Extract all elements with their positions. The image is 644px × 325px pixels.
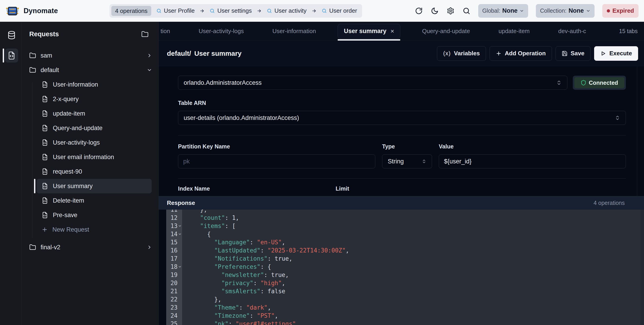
sidebar-item-update-item[interactable]: update-item <box>22 106 158 121</box>
topbar-controls: Global: None Collection: None Expired <box>415 4 638 18</box>
requests-sidebar: Requests sam default User-i <box>22 22 159 325</box>
item-label: request-90 <box>53 168 82 175</box>
chevron-right-icon <box>147 53 152 58</box>
fold-chevron-icon[interactable] <box>178 265 182 269</box>
tab-bar: tion User-activity-logs User-information… <box>159 22 644 41</box>
code-line: 23 "Theme": "dark", <box>166 304 644 312</box>
settings-gear-icon[interactable] <box>446 7 455 15</box>
sidebar-item-new-request[interactable]: New Request <box>22 222 158 237</box>
request-tree: sam default User-information 2-x-query <box>22 48 158 255</box>
type-select[interactable]: String <box>382 154 432 168</box>
session-expired-badge[interactable]: Expired <box>602 4 638 18</box>
tab-label: User-information <box>272 28 316 34</box>
path-prefix: default/ <box>167 50 191 57</box>
rail-item-tables[interactable] <box>0 28 21 42</box>
sidebar-item-request-90[interactable]: request-90 <box>22 164 158 179</box>
variables-button[interactable]: (x) Variables <box>437 46 486 61</box>
response-code-editor[interactable]: 11 }, 12 "count": 1, 13 "items": [ 14 { … <box>166 210 644 325</box>
tab-user-activity-logs[interactable]: User-activity-logs <box>192 28 250 35</box>
plus-icon <box>496 50 502 56</box>
breadcrumb-item-user-settings[interactable]: User settings <box>210 7 252 14</box>
line-number: 14 <box>166 230 182 238</box>
chevron-down-icon <box>147 67 152 73</box>
line-number: 17 <box>166 255 182 263</box>
tab-label: Query-and-update <box>422 28 470 34</box>
code-line: 15 "Language": "en-US", <box>166 238 644 246</box>
sidebar-item-delete-item[interactable]: Delete-item <box>22 193 158 208</box>
line-number: 22 <box>166 295 182 304</box>
tab-dev-auth-c[interactable]: dev-auth-c <box>552 28 593 35</box>
table-arn-select[interactable]: user-details (orlando.AdministratorAcces… <box>178 111 626 125</box>
index-name-label: Index Name <box>178 185 210 192</box>
tab-count-label: 15 tabs <box>619 28 638 34</box>
value-input[interactable]: ${user_id} <box>439 154 626 168</box>
operations-count-chip: 4 operations <box>111 6 151 16</box>
code-line: 21 "smsAlerts": false <box>166 287 644 295</box>
execute-button[interactable]: Execute <box>594 46 638 61</box>
fold-chevron-icon[interactable] <box>178 232 182 236</box>
line-number: 21 <box>166 287 182 295</box>
chevron-right-icon <box>147 245 152 250</box>
sidebar-item-sam[interactable]: sam <box>22 48 158 63</box>
line-number: 24 <box>166 312 182 320</box>
new-folder-icon[interactable] <box>141 30 148 38</box>
close-icon[interactable]: × <box>390 28 394 35</box>
arrow-right-icon <box>257 8 262 13</box>
tab-label: update-item <box>498 28 530 34</box>
tab-tion[interactable]: tion <box>160 28 177 35</box>
tab-label: tion <box>160 28 170 34</box>
app-name: Dynomate <box>24 7 58 15</box>
folder-icon <box>29 52 36 59</box>
partition-key-placeholder: pk <box>183 158 190 165</box>
global-environment-dropdown[interactable]: Global: None <box>478 4 528 18</box>
search-icon <box>210 8 215 13</box>
breadcrumb-item-user-activity[interactable]: User activity <box>267 7 306 14</box>
save-button[interactable]: Save <box>556 46 591 61</box>
tab-user-information[interactable]: User-information <box>266 28 323 35</box>
tab-update-item[interactable]: update-item <box>492 28 536 35</box>
scrollbar-track[interactable] <box>637 66 637 196</box>
chevron-down-icon <box>586 8 590 13</box>
sidebar-item-user-information[interactable]: User-information <box>22 77 158 92</box>
sidebar-item-user-email-information[interactable]: User email information <box>22 150 158 164</box>
divider <box>178 135 626 136</box>
item-label: Query-and-update <box>53 125 102 132</box>
add-operation-button[interactable]: Add Operation <box>490 46 552 61</box>
fold-chevron-icon[interactable] <box>178 224 182 228</box>
sidebar-item-pre-save[interactable]: Pre-save <box>22 208 158 222</box>
sidebar-item-default[interactable]: default <box>22 63 158 77</box>
dark-mode-moon-icon[interactable] <box>430 7 439 15</box>
search-icon[interactable] <box>462 7 470 15</box>
sidebar-item-user-summary[interactable]: User summary <box>36 179 152 193</box>
status-dot <box>607 9 610 12</box>
code-line: 25 "pk": "user#1#settings" <box>166 320 644 325</box>
topbar: Dynomate 4 operations User Profile User … <box>0 0 644 22</box>
database-icon <box>5 28 18 42</box>
tab-query-and-update[interactable]: Query-and-update <box>415 28 477 35</box>
sidebar-item-final-v2[interactable]: final-v2 <box>22 240 158 255</box>
request-title: User summary <box>194 50 242 57</box>
sidebar-item-query-and-update[interactable]: Query-and-update <box>22 121 158 135</box>
active-indicator <box>3 48 4 62</box>
chevrons-up-down-icon <box>615 115 620 121</box>
editor-scrollbar[interactable] <box>640 210 644 325</box>
partition-key-input[interactable]: pk <box>178 154 375 168</box>
breadcrumb-item-user-profile[interactable]: User Profile <box>156 7 195 14</box>
breadcrumb-item-user-order[interactable]: User order <box>322 7 357 14</box>
line-number: 23 <box>166 304 182 312</box>
rail-item-requests[interactable] <box>0 48 21 62</box>
response-header[interactable]: Response 4 operations <box>159 196 644 210</box>
tab-user-summary[interactable]: User summary × <box>338 24 400 39</box>
sidebar-item-user-activity-logs[interactable]: User-activity-logs <box>22 135 158 150</box>
code-line: 13 "items": [ <box>166 222 644 230</box>
connection-select[interactable]: orlando.AdministratorAccess <box>178 76 567 90</box>
sidebar-item-2-x-query[interactable]: 2-x-query <box>22 92 158 106</box>
collection-dropdown[interactable]: Collection: None <box>536 4 594 18</box>
item-label: User summary <box>53 183 93 190</box>
plus-icon <box>42 226 48 233</box>
refresh-icon[interactable] <box>415 7 423 15</box>
folder-icon <box>29 244 36 251</box>
operation-form: orlando.AdministratorAccess Connected Ta… <box>159 66 644 196</box>
code-line: 17 "Notifications": true, <box>166 255 644 263</box>
file-code-icon <box>42 139 48 146</box>
